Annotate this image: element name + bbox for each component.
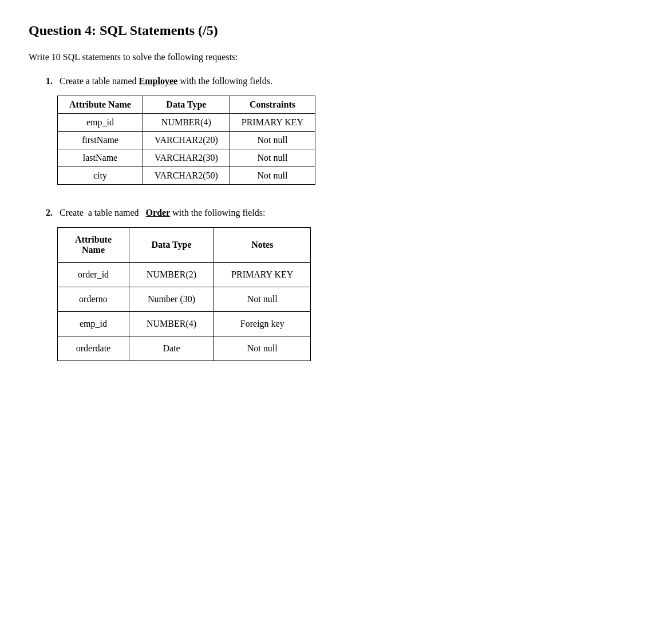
table-cell: Foreign key — [214, 312, 311, 336]
table-cell: NUMBER(2) — [129, 263, 214, 287]
table-cell: PRIMARY KEY — [230, 114, 315, 132]
table-cell: emp_id — [58, 114, 143, 132]
table-cell: VARCHAR2(30) — [143, 149, 230, 167]
table-cell: Number (30) — [129, 287, 214, 312]
question-1: 1. Create a table named Employee with th… — [29, 76, 643, 185]
q2-table-header-row: Attribute Name Data Type Notes — [58, 228, 311, 263]
table-cell: VARCHAR2(20) — [143, 132, 230, 149]
q1-table-header-row: Attribute Name Data Type Constraints — [58, 96, 315, 114]
q2-col-attr: Attribute Name — [58, 228, 129, 263]
q2-label: 2. Create a table named Order with the f… — [46, 208, 643, 218]
table-cell: orderdate — [58, 336, 129, 361]
table-cell: NUMBER(4) — [129, 312, 214, 336]
q1-label-end: with the following fields. — [180, 76, 272, 86]
q1-table-name: Employee — [139, 76, 178, 86]
q1-col-attr: Attribute Name — [58, 96, 143, 114]
table-cell: firstName — [58, 132, 143, 149]
table-row: emp_idNUMBER(4)PRIMARY KEY — [58, 114, 315, 132]
table-cell: VARCHAR2(50) — [143, 167, 230, 185]
page-title: Question 4: SQL Statements (/5) — [29, 23, 643, 38]
q2-table-name: Order — [146, 208, 171, 217]
q2-label-end: with the following fields: — [172, 208, 265, 217]
q1-col-constraints: Constraints — [230, 96, 315, 114]
table-cell: emp_id — [58, 312, 129, 336]
q1-table: Attribute Name Data Type Constraints emp… — [57, 96, 315, 185]
table-row: lastNameVARCHAR2(30)Not null — [58, 149, 315, 167]
table-cell: Not null — [230, 167, 315, 185]
table-cell: PRIMARY KEY — [214, 263, 311, 287]
intro-text: Write 10 SQL statements to solve the fol… — [29, 52, 643, 62]
table-cell: NUMBER(4) — [143, 114, 230, 132]
table-cell: orderno — [58, 287, 129, 312]
table-cell: Not null — [214, 336, 311, 361]
table-row: ordernoNumber (30)Not null — [58, 287, 311, 312]
table-row: orderdateDateNot null — [58, 336, 311, 361]
q2-number: 2. — [46, 208, 53, 217]
q2-col-type: Data Type — [129, 228, 214, 263]
table-row: cityVARCHAR2(50)Not null — [58, 167, 315, 185]
q1-col-type: Data Type — [143, 96, 230, 114]
table-cell: Not null — [230, 149, 315, 167]
table-cell: city — [58, 167, 143, 185]
table-cell: Date — [129, 336, 214, 361]
q2-table: Attribute Name Data Type Notes order_idN… — [57, 227, 311, 361]
q1-table-container: Attribute Name Data Type Constraints emp… — [57, 96, 643, 185]
table-cell: order_id — [58, 263, 129, 287]
table-row: order_idNUMBER(2)PRIMARY KEY — [58, 263, 311, 287]
table-cell: Not null — [214, 287, 311, 312]
q2-col-notes: Notes — [214, 228, 311, 263]
table-cell: Not null — [230, 132, 315, 149]
table-cell: lastName — [58, 149, 143, 167]
question-2: 2. Create a table named Order with the f… — [29, 208, 643, 361]
q1-label: 1. Create a table named Employee with th… — [46, 76, 643, 86]
table-row: firstNameVARCHAR2(20)Not null — [58, 132, 315, 149]
q1-number: 1. — [46, 76, 53, 86]
table-row: emp_idNUMBER(4)Foreign key — [58, 312, 311, 336]
q2-table-container: Attribute Name Data Type Notes order_idN… — [57, 227, 643, 361]
